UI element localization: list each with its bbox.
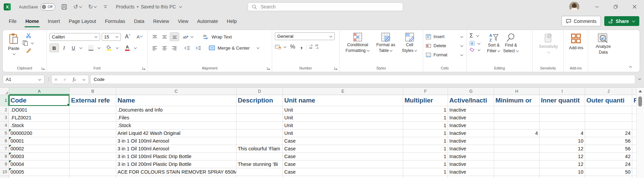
search-box[interactable] xyxy=(248,2,403,11)
scrollbar-thumb[interactable] xyxy=(638,96,642,107)
cell-E-next[interactable] xyxy=(283,176,403,178)
cell-F1[interactable]: Multiplier xyxy=(403,95,448,106)
find-select-button[interactable]: Find & Select xyxy=(503,32,519,64)
name-box[interactable]: A1 xyxy=(3,75,44,84)
cell-I3[interactable] xyxy=(540,114,585,122)
cell-B-next[interactable] xyxy=(70,176,116,178)
align-bottom-button[interactable] xyxy=(170,32,179,41)
formula-actions-chevron-icon[interactable] xyxy=(83,78,85,80)
cell-I-next[interactable] xyxy=(540,176,585,178)
cell-D6[interactable] xyxy=(236,137,283,145)
autosum-button[interactable]: Σ xyxy=(470,32,484,39)
undo-button[interactable]: ↺ xyxy=(73,4,82,10)
cell-J9[interactable]: 24 xyxy=(585,160,632,168)
tab-data[interactable]: Data xyxy=(130,13,149,29)
cell-G7[interactable]: Inactive xyxy=(448,145,494,153)
cell-D10[interactable] xyxy=(236,168,283,176)
cell-G4[interactable]: Inactive xyxy=(448,122,494,129)
align-middle-button[interactable] xyxy=(160,33,169,41)
sensitivity-button[interactable]: Sensitivity xyxy=(539,32,558,64)
cell-G3[interactable]: Inactive xyxy=(448,114,494,122)
cell-I5[interactable]: 4 xyxy=(540,129,585,137)
row-header-2[interactable]: 2 xyxy=(0,106,9,114)
cell-A-next[interactable] xyxy=(9,176,70,178)
cell-D9[interactable]: These stunning ‘Bi xyxy=(236,160,283,168)
cell-styles-button[interactable]: Cell Styles xyxy=(402,31,417,64)
cell-J5[interactable]: 24 xyxy=(585,129,632,137)
row-header-next[interactable] xyxy=(0,176,9,178)
clear-button[interactable] xyxy=(470,48,484,52)
bold-button[interactable]: B xyxy=(50,43,59,52)
row-header-8[interactable]: 8 xyxy=(0,153,9,160)
font-color-button[interactable]: A xyxy=(122,44,132,52)
tab-review[interactable]: Review xyxy=(149,13,173,29)
cell-H10[interactable] xyxy=(494,168,540,176)
align-center-button[interactable] xyxy=(160,44,169,52)
merge-center-button[interactable]: Merge & Center xyxy=(209,46,260,51)
fill-color-button[interactable] xyxy=(104,44,114,52)
formula-input[interactable]: Code xyxy=(90,75,635,84)
underline-chevron-icon[interactable] xyxy=(79,46,82,49)
percent-style-button[interactable]: % xyxy=(289,43,297,50)
cell-G2[interactable]: Inactive xyxy=(448,106,494,114)
cell-B5[interactable] xyxy=(70,129,116,137)
customize-quick-access-button[interactable] xyxy=(103,4,108,9)
cell-F5[interactable]: 1 xyxy=(403,129,448,137)
cell-H4[interactable] xyxy=(494,122,540,129)
cell-A5[interactable]: 00000200 xyxy=(9,129,70,137)
share-button[interactable]: Share xyxy=(604,16,639,26)
borders-chevron-icon[interactable] xyxy=(98,46,100,49)
cell-G1[interactable]: Active/Inacti xyxy=(448,95,494,106)
format-painter-button[interactable] xyxy=(23,48,34,53)
row-header-6[interactable]: 6 xyxy=(0,137,9,145)
alignment-dialog-launcher[interactable] xyxy=(267,67,270,70)
cell-F9[interactable]: 1 xyxy=(403,160,448,168)
sort-filter-button[interactable]: A Z Sort & Filter xyxy=(487,32,501,64)
cell-G10[interactable]: Inactive xyxy=(448,168,494,176)
cell-E4[interactable]: Unit xyxy=(283,122,403,129)
clipboard-dialog-launcher[interactable] xyxy=(41,67,45,70)
cell-I10[interactable]: 10 xyxy=(540,168,585,176)
cancel-entry-icon[interactable]: × xyxy=(55,77,58,82)
tab-home[interactable]: Home xyxy=(21,13,43,29)
cell-E9[interactable]: Case xyxy=(283,160,403,168)
cell-D-next[interactable] xyxy=(236,176,283,178)
cell-F10[interactable]: 1 xyxy=(403,168,448,176)
cell-I4[interactable] xyxy=(540,122,585,129)
cell-G5[interactable]: Inactive xyxy=(448,129,494,137)
cell-I9[interactable]: 12 xyxy=(540,160,585,168)
cell-E3[interactable]: Unit xyxy=(283,114,403,122)
cell-F-next[interactable] xyxy=(403,176,448,178)
cell-D4[interactable] xyxy=(236,122,283,129)
row-header-1[interactable]: 1 xyxy=(0,95,9,106)
tab-automate[interactable]: Automate xyxy=(193,13,222,29)
excel-app-icon[interactable]: X xyxy=(4,3,11,10)
cell-C5[interactable]: Ariel Liquid 42 Wash Original xyxy=(116,129,236,137)
vertical-scrollbar[interactable] xyxy=(636,88,644,178)
formula-bar-grip[interactable]: ⋮ xyxy=(46,77,51,82)
cell-H3[interactable] xyxy=(494,114,540,122)
cell-C3[interactable]: .Files xyxy=(116,114,236,122)
cell-B8[interactable] xyxy=(70,153,116,160)
tab-view[interactable]: View xyxy=(173,13,193,29)
cell-B3[interactable] xyxy=(70,114,116,122)
cell-F8[interactable]: 1 xyxy=(403,153,448,160)
cell-C-next[interactable] xyxy=(116,176,236,178)
column-header-I[interactable]: I xyxy=(540,88,585,95)
row-header-7[interactable]: 7 xyxy=(0,145,9,153)
cell-A4[interactable]: .Stock xyxy=(9,122,70,129)
cell-C1[interactable]: Name xyxy=(116,95,236,106)
cell-J10[interactable]: 50 xyxy=(585,168,632,176)
column-header-H[interactable]: H xyxy=(494,88,540,95)
conditional-formatting-button[interactable]: Conditional Formatting xyxy=(346,31,370,64)
select-all-button[interactable] xyxy=(0,88,9,95)
scroll-up-button[interactable] xyxy=(637,88,644,95)
cell-I2[interactable] xyxy=(540,106,585,114)
cell-I6[interactable]: 10 xyxy=(540,137,585,145)
cell-C2[interactable]: .Documents and Info xyxy=(116,106,236,114)
italic-button[interactable]: I xyxy=(60,44,68,52)
accounting-format-button[interactable] xyxy=(275,44,287,50)
row-header-9[interactable]: 9 xyxy=(0,160,9,168)
cell-J3[interactable] xyxy=(585,114,632,122)
borders-button[interactable] xyxy=(86,44,96,52)
